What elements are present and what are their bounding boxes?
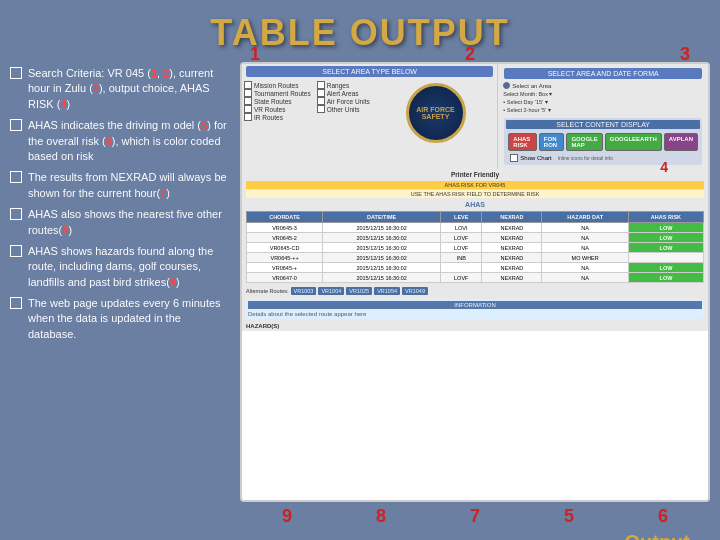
btn-google-earth[interactable]: GOOGLEEARTH: [605, 133, 662, 151]
table-row: VR0645-+2015/12/15 16:30:02NEXRADNALOW: [247, 263, 704, 273]
btn-ahas-risk[interactable]: AHAS RISK: [508, 133, 537, 151]
ahas-risk-label: AHAS RISK FOR VR045: [246, 181, 704, 189]
alt-vr1003[interactable]: VR1003: [291, 287, 317, 295]
app-screenshot: SELECT AREA TYPE BELOW Mission Routes To…: [242, 64, 708, 331]
alt-vr1054[interactable]: VR1054: [374, 287, 400, 295]
col-ahas-risk: AHAS RISK: [628, 212, 703, 223]
bullet-checkbox: [10, 245, 22, 257]
page-title: TABLE OUTPUT: [0, 0, 720, 62]
table-row: VR0647-02015/12/15 16:30:02LOVFNEXRADNAL…: [247, 273, 704, 283]
btn-fon-ron[interactable]: FON RON: [539, 133, 565, 151]
ahas-section-label: AHAS: [242, 200, 708, 209]
info-section: INFORMATION Details about the selected r…: [246, 299, 704, 319]
alt-vr1004[interactable]: VR1004: [318, 287, 344, 295]
annotation-8: 8: [376, 506, 386, 527]
btn-google-map[interactable]: GOOGLE MAP: [566, 133, 602, 151]
col-datetime: DATE/TIME: [323, 212, 441, 223]
use-label: USE THE AHAS RISK FIELD TO DETERMINE RIS…: [246, 190, 704, 198]
hazard-label: HAZARD(S): [242, 321, 708, 331]
alt-vr1049[interactable]: VR1049: [402, 287, 428, 295]
col-hazard: HAZARD DAT: [542, 212, 629, 223]
list-item: Search Criteria: VR 045 (1, 2), current …: [10, 66, 230, 112]
annotation-7: 7: [470, 506, 480, 527]
content-section: SELECT CONTENT DISPLAY AHAS RISK FON RON…: [504, 118, 702, 165]
af-logo: AIR FORCESAFETY: [406, 83, 466, 143]
bullet-checkbox: [10, 119, 22, 131]
alternates-row: Alternate Routes: VR1003 VR1004 VR1025 V…: [242, 285, 708, 297]
col-level: LEVE: [441, 212, 482, 223]
annotation-4: 4: [660, 159, 668, 175]
list-item: AHAS shows hazards found along the route…: [10, 244, 230, 290]
annotation-6: 6: [658, 506, 668, 527]
data-table: CHORDATE DATE/TIME LEVE NEXRAD HAZARD DA…: [246, 211, 704, 283]
bullet-checkbox: [10, 171, 22, 183]
section1-label: SELECT AREA TYPE BELOW: [246, 66, 493, 77]
app-panel: SELECT AREA TYPE BELOW Mission Routes To…: [240, 62, 710, 502]
table-row: VR0645-CD2015/12/15 16:30:02LOVFNEXRADNA…: [247, 243, 704, 253]
table-row: VR0645-22015/12/15 16:30:02LOVFNEXRADNAL…: [247, 233, 704, 243]
left-panel: Search Criteria: VR 045 (1, 2), current …: [10, 62, 230, 540]
printer-friendly: Printer Friendly: [242, 169, 708, 180]
table-row: VR0645-++2015/12/15 16:30:02INBNEXRADMO …: [247, 253, 704, 263]
btn-avplan[interactable]: AVPLAN: [664, 133, 698, 151]
annotation-5: 5: [564, 506, 574, 527]
section2-label: SELECT AREA AND DATE FORMA: [504, 68, 702, 79]
annotation-9: 9: [282, 506, 292, 527]
list-item: AHAS indicates the driving m odel (5) fo…: [10, 118, 230, 164]
bullet-list: Search Criteria: VR 045 (1, 2), current …: [10, 66, 230, 342]
table-row: VR0645-32015/12/15 16:30:02LOVINEXRADNAL…: [247, 223, 704, 233]
list-item: The results from NEXRAD will always be s…: [10, 170, 230, 201]
col-chordate: CHORDATE: [247, 212, 323, 223]
output-label: Output: [240, 527, 710, 540]
bullet-checkbox: [10, 208, 22, 220]
list-item: AHAS also shows the nearest five other r…: [10, 207, 230, 238]
show-chart-checkbox[interactable]: [510, 154, 518, 162]
info-title: INFORMATION: [248, 301, 702, 309]
list-item: The web page updates every 6 minutes whe…: [10, 296, 230, 342]
col-nexrad: NEXRAD: [482, 212, 542, 223]
bullet-checkbox: [10, 297, 22, 309]
bullet-checkbox: [10, 67, 22, 79]
bottom-annotations: 9 8 7 5 6: [240, 502, 710, 527]
alt-vr1025[interactable]: VR1025: [346, 287, 372, 295]
